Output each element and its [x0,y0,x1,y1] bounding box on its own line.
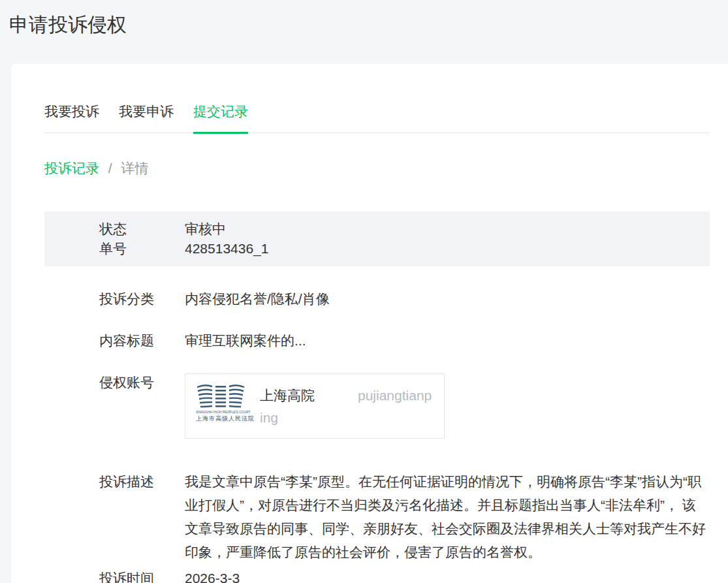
account-text: 上海高院pujiangtianping [260,385,434,429]
tab-bar: 我要投诉 我要申诉 提交记录 [44,102,710,133]
status-row: 状态 审核中 [99,219,710,239]
breadcrumb-separator: / [108,161,112,176]
account-label: 侵权账号 [99,373,185,439]
complaint-time-value: 2026-3-3 [185,569,240,583]
status-value: 审核中 [185,219,226,239]
detail-fields: 投诉分类 内容侵犯名誉/隐私/肖像 内容标题 审理互联网案件的... 侵权账号 [44,290,710,583]
field-account: 侵权账号 [99,373,710,439]
category-value: 内容侵犯名誉/隐私/肖像 [185,290,330,308]
breadcrumb: 投诉记录 / 详情 [44,159,710,178]
breadcrumb-records-link[interactable]: 投诉记录 [44,161,99,176]
field-description: 投诉描述 我是文章中原告“李某”原型。在无任何证据证明的情况下，明确将原告“李某… [99,473,710,564]
content-title-label: 内容标题 [99,332,185,350]
account-name: 上海高院 [260,385,358,407]
account-card[interactable]: SHANGHAI HIGH PEOPLE'S COURT 上海市高级人民法院 上… [185,373,445,439]
status-label: 状态 [99,219,185,239]
order-number-row: 单号 428513436_1 [99,239,710,259]
tab-appeal[interactable]: 我要申诉 [119,102,174,133]
category-label: 投诉分类 [99,290,185,308]
court-logo-icon: SHANGHAI HIGH PEOPLE'S COURT 上海市高级人民法院 [196,383,245,422]
tab-complain[interactable]: 我要投诉 [44,102,99,133]
complaint-time-label: 投诉时间 [99,569,185,583]
field-complaint-time: 投诉时间 2026-3-3 [99,569,710,583]
field-content-title: 内容标题 审理互联网案件的... [99,332,710,350]
order-number-value: 428513436_1 [185,239,268,259]
content-title-value: 审理互联网案件的... [185,332,306,350]
status-box: 状态 审核中 单号 428513436_1 [44,212,710,266]
description-text: 我是文章中原告“李某”原型。在无任何证据证明的情况下，明确将原告“李某”指认为“… [185,470,707,564]
description-label: 投诉描述 [99,473,185,564]
page-title: 申请投诉侵权 [9,10,728,39]
content-card: 我要投诉 我要申诉 提交记录 投诉记录 / 详情 状态 审核中 单号 42851… [11,64,728,583]
order-number-label: 单号 [99,239,185,259]
court-logo-caption-en: SHANGHAI HIGH PEOPLE'S COURT [196,410,236,415]
field-category: 投诉分类 内容侵犯名誉/隐私/肖像 [99,290,710,308]
court-logo-caption-zh: 上海市高级人民法院 [196,415,245,422]
tab-records[interactable]: 提交记录 [193,102,248,134]
breadcrumb-current: 详情 [121,161,149,176]
